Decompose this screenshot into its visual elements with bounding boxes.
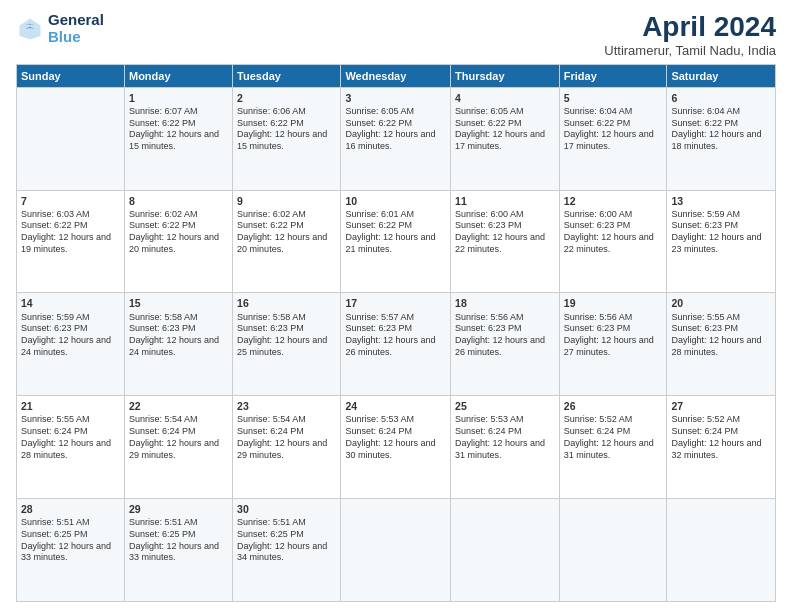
week-row-5: 28 Sunrise: 5:51 AMSunset: 6:25 PMDaylig… (17, 499, 776, 602)
cell-content: Sunrise: 5:56 AMSunset: 6:23 PMDaylight:… (455, 312, 555, 359)
day-number: 14 (21, 296, 120, 310)
title-block: April 2024 Uttiramerur, Tamil Nadu, Indi… (604, 12, 776, 58)
calendar-cell: 29 Sunrise: 5:51 AMSunset: 6:25 PMDaylig… (124, 499, 232, 602)
calendar-cell: 21 Sunrise: 5:55 AMSunset: 6:24 PMDaylig… (17, 396, 125, 499)
calendar-cell: 23 Sunrise: 5:54 AMSunset: 6:24 PMDaylig… (233, 396, 341, 499)
header-cell-tuesday: Tuesday (233, 64, 341, 87)
header-cell-friday: Friday (559, 64, 667, 87)
logo-text: General Blue (48, 12, 104, 45)
day-number: 25 (455, 399, 555, 413)
calendar-cell: 9 Sunrise: 6:02 AMSunset: 6:22 PMDayligh… (233, 190, 341, 293)
day-number: 1 (129, 91, 228, 105)
day-number: 23 (237, 399, 336, 413)
calendar-cell: 2 Sunrise: 6:06 AMSunset: 6:22 PMDayligh… (233, 87, 341, 190)
calendar-cell: 17 Sunrise: 5:57 AMSunset: 6:23 PMDaylig… (341, 293, 451, 396)
logo: General Blue (16, 12, 104, 45)
calendar-cell: 12 Sunrise: 6:00 AMSunset: 6:23 PMDaylig… (559, 190, 667, 293)
header-cell-monday: Monday (124, 64, 232, 87)
subtitle: Uttiramerur, Tamil Nadu, India (604, 43, 776, 58)
day-number: 19 (564, 296, 663, 310)
day-number: 6 (671, 91, 771, 105)
day-number: 28 (21, 502, 120, 516)
cell-content: Sunrise: 5:54 AMSunset: 6:24 PMDaylight:… (129, 414, 228, 461)
header: General Blue April 2024 Uttiramerur, Tam… (16, 12, 776, 58)
calendar-cell: 14 Sunrise: 5:59 AMSunset: 6:23 PMDaylig… (17, 293, 125, 396)
header-cell-thursday: Thursday (451, 64, 560, 87)
cell-content: Sunrise: 5:57 AMSunset: 6:23 PMDaylight:… (345, 312, 446, 359)
cell-content: Sunrise: 5:51 AMSunset: 6:25 PMDaylight:… (21, 517, 120, 564)
cell-content: Sunrise: 5:55 AMSunset: 6:24 PMDaylight:… (21, 414, 120, 461)
calendar-cell (451, 499, 560, 602)
day-number: 11 (455, 194, 555, 208)
calendar-cell: 3 Sunrise: 6:05 AMSunset: 6:22 PMDayligh… (341, 87, 451, 190)
calendar-cell: 15 Sunrise: 5:58 AMSunset: 6:23 PMDaylig… (124, 293, 232, 396)
calendar-cell (17, 87, 125, 190)
calendar-cell: 8 Sunrise: 6:02 AMSunset: 6:22 PMDayligh… (124, 190, 232, 293)
day-number: 8 (129, 194, 228, 208)
day-number: 7 (21, 194, 120, 208)
day-number: 21 (21, 399, 120, 413)
calendar-cell: 20 Sunrise: 5:55 AMSunset: 6:23 PMDaylig… (667, 293, 776, 396)
day-number: 26 (564, 399, 663, 413)
cell-content: Sunrise: 6:05 AMSunset: 6:22 PMDaylight:… (345, 106, 446, 153)
day-number: 17 (345, 296, 446, 310)
cell-content: Sunrise: 5:59 AMSunset: 6:23 PMDaylight:… (671, 209, 771, 256)
day-number: 24 (345, 399, 446, 413)
cell-content: Sunrise: 6:02 AMSunset: 6:22 PMDaylight:… (129, 209, 228, 256)
cell-content: Sunrise: 6:00 AMSunset: 6:23 PMDaylight:… (455, 209, 555, 256)
header-cell-sunday: Sunday (17, 64, 125, 87)
cell-content: Sunrise: 5:51 AMSunset: 6:25 PMDaylight:… (237, 517, 336, 564)
calendar-cell: 22 Sunrise: 5:54 AMSunset: 6:24 PMDaylig… (124, 396, 232, 499)
day-number: 5 (564, 91, 663, 105)
calendar-cell: 10 Sunrise: 6:01 AMSunset: 6:22 PMDaylig… (341, 190, 451, 293)
cell-content: Sunrise: 6:03 AMSunset: 6:22 PMDaylight:… (21, 209, 120, 256)
calendar-cell: 11 Sunrise: 6:00 AMSunset: 6:23 PMDaylig… (451, 190, 560, 293)
calendar-cell: 30 Sunrise: 5:51 AMSunset: 6:25 PMDaylig… (233, 499, 341, 602)
cell-content: Sunrise: 5:56 AMSunset: 6:23 PMDaylight:… (564, 312, 663, 359)
calendar-cell: 13 Sunrise: 5:59 AMSunset: 6:23 PMDaylig… (667, 190, 776, 293)
calendar-cell: 25 Sunrise: 5:53 AMSunset: 6:24 PMDaylig… (451, 396, 560, 499)
calendar-cell (667, 499, 776, 602)
day-number: 15 (129, 296, 228, 310)
week-row-4: 21 Sunrise: 5:55 AMSunset: 6:24 PMDaylig… (17, 396, 776, 499)
cell-content: Sunrise: 5:53 AMSunset: 6:24 PMDaylight:… (455, 414, 555, 461)
cell-content: Sunrise: 5:53 AMSunset: 6:24 PMDaylight:… (345, 414, 446, 461)
cell-content: Sunrise: 5:55 AMSunset: 6:23 PMDaylight:… (671, 312, 771, 359)
calendar-cell: 24 Sunrise: 5:53 AMSunset: 6:24 PMDaylig… (341, 396, 451, 499)
calendar-cell: 19 Sunrise: 5:56 AMSunset: 6:23 PMDaylig… (559, 293, 667, 396)
cell-content: Sunrise: 6:05 AMSunset: 6:22 PMDaylight:… (455, 106, 555, 153)
week-row-1: 1 Sunrise: 6:07 AMSunset: 6:22 PMDayligh… (17, 87, 776, 190)
day-number: 27 (671, 399, 771, 413)
week-row-3: 14 Sunrise: 5:59 AMSunset: 6:23 PMDaylig… (17, 293, 776, 396)
cell-content: Sunrise: 6:04 AMSunset: 6:22 PMDaylight:… (671, 106, 771, 153)
day-number: 3 (345, 91, 446, 105)
cell-content: Sunrise: 6:06 AMSunset: 6:22 PMDaylight:… (237, 106, 336, 153)
main-title: April 2024 (604, 12, 776, 43)
cell-content: Sunrise: 6:00 AMSunset: 6:23 PMDaylight:… (564, 209, 663, 256)
calendar-cell (559, 499, 667, 602)
cell-content: Sunrise: 6:01 AMSunset: 6:22 PMDaylight:… (345, 209, 446, 256)
calendar-cell: 18 Sunrise: 5:56 AMSunset: 6:23 PMDaylig… (451, 293, 560, 396)
calendar-cell: 7 Sunrise: 6:03 AMSunset: 6:22 PMDayligh… (17, 190, 125, 293)
calendar-cell: 4 Sunrise: 6:05 AMSunset: 6:22 PMDayligh… (451, 87, 560, 190)
calendar-cell: 5 Sunrise: 6:04 AMSunset: 6:22 PMDayligh… (559, 87, 667, 190)
cell-content: Sunrise: 6:04 AMSunset: 6:22 PMDaylight:… (564, 106, 663, 153)
day-number: 29 (129, 502, 228, 516)
calendar-cell (341, 499, 451, 602)
header-cell-saturday: Saturday (667, 64, 776, 87)
day-number: 13 (671, 194, 771, 208)
day-number: 22 (129, 399, 228, 413)
day-number: 9 (237, 194, 336, 208)
calendar-cell: 28 Sunrise: 5:51 AMSunset: 6:25 PMDaylig… (17, 499, 125, 602)
day-number: 2 (237, 91, 336, 105)
svg-marker-0 (20, 18, 41, 39)
cell-content: Sunrise: 5:52 AMSunset: 6:24 PMDaylight:… (564, 414, 663, 461)
cell-content: Sunrise: 6:07 AMSunset: 6:22 PMDaylight:… (129, 106, 228, 153)
page: General Blue April 2024 Uttiramerur, Tam… (0, 0, 792, 612)
day-number: 20 (671, 296, 771, 310)
week-row-2: 7 Sunrise: 6:03 AMSunset: 6:22 PMDayligh… (17, 190, 776, 293)
day-number: 10 (345, 194, 446, 208)
day-number: 16 (237, 296, 336, 310)
calendar-header-row: SundayMondayTuesdayWednesdayThursdayFrid… (17, 64, 776, 87)
cell-content: Sunrise: 5:54 AMSunset: 6:24 PMDaylight:… (237, 414, 336, 461)
